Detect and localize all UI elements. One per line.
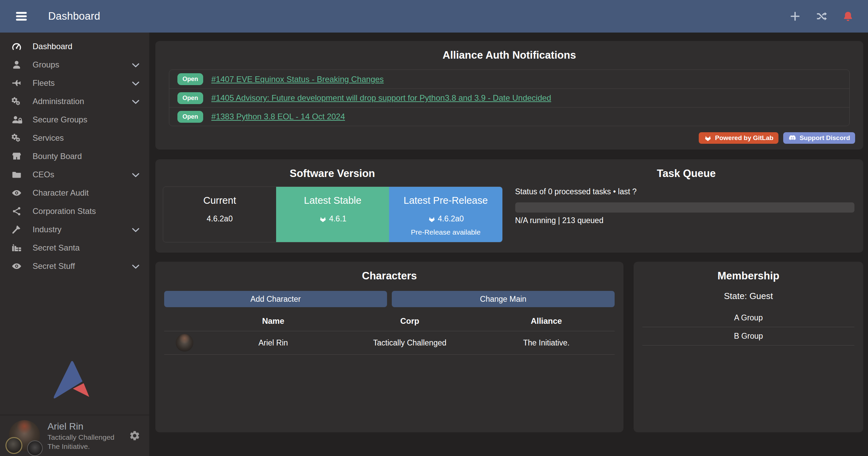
version-box: Current 4.6.2a0 Latest Stable 4.6.1 Late… [163,186,503,242]
notifications-title: Alliance Auth Notifications [155,41,863,61]
version-current: Current 4.6.2a0 [163,187,276,242]
add-icon[interactable] [789,11,801,22]
user-avatar[interactable] [9,420,40,451]
user-panel: Ariel Rin Tactically Challenged The Init… [0,415,149,456]
chevron-down-icon [131,262,140,270]
hammer-icon [9,224,24,235]
add-character-button[interactable]: Add Character [164,291,387,307]
character-name: Ariel Rin [205,338,342,348]
col-header-alliance: Alliance [478,316,615,326]
sidebar-item-secret-santa[interactable]: Secret Santa [0,239,149,257]
version-number: 4.6.1 [329,214,346,223]
user-corp: Tactically Challenged [47,433,114,442]
sidebar-item-secure-groups[interactable]: Secure Groups [0,111,149,129]
sidebar-item-groups[interactable]: Groups [0,56,149,74]
sidebar-item-label: CEOs [33,170,54,179]
chevron-down-icon [131,79,140,87]
alliance-auth-logo [42,350,107,402]
sidebar-item-ceos[interactable]: CEOs [0,165,149,184]
panel-software-task: Software Version Current 4.6.2a0 Latest … [155,159,863,253]
sidebar-menu: Dashboard Groups Fleets Administration S… [0,33,149,275]
gitlab-badge-label: Powered by GitLab [715,134,773,142]
sidebar-item-label: Administration [33,97,84,106]
sidebar-item-label: Groups [33,60,59,70]
discord-badge[interactable]: Support Discord [783,132,855,144]
version-latest-prerelease: Latest Pre-Release 4.6.2a0 Pre-Release a… [389,187,502,242]
settings-gear-icon[interactable] [129,430,140,441]
sidebar: Dashboard Groups Fleets Administration S… [0,33,149,456]
membership-group-list: A Group B Group [642,309,854,345]
sidebar-item-label: Dashboard [33,42,72,51]
task-queue-body: Status of 0 processed tasks • last ? N/A… [509,187,864,225]
chevron-down-icon [131,61,140,69]
status-badge: Open [177,92,203,104]
gifts-icon [9,243,24,253]
software-version-section: Software Version Current 4.6.2a0 Latest … [155,159,509,253]
status-badge: Open [177,73,203,85]
notification-link[interactable]: #1383 Python 3.8 EOL - 14 Oct 2024 [211,112,345,121]
panel-notifications: Alliance Auth Notifications Open #1407 E… [155,41,863,150]
sidebar-item-label: Bounty Board [33,152,82,161]
gitlab-fox-icon [704,134,712,142]
characters-table-header: Name Corp Alliance [164,311,615,331]
sidebar-item-label: Character Audit [33,188,89,198]
sidebar-item-industry[interactable]: Industry [0,220,149,239]
hamburger-menu-icon[interactable] [14,10,28,23]
version-label: Latest Stable [276,195,389,206]
table-row: Ariel Rin Tactically Challenged The Init… [164,331,615,355]
list-item: A Group [642,309,854,327]
notification-link[interactable]: #1407 EVE Equinox Status - Breaking Chan… [211,75,384,84]
notification-row: Open #1405 Advisory: Future development … [169,88,849,107]
sidebar-item-bounty-board[interactable]: Bounty Board [0,147,149,165]
eye-icon [9,188,24,198]
sidebar-item-secret-stuff[interactable]: Secret Stuff [0,257,149,275]
gitlab-fox-icon [428,215,436,223]
sidebar-item-label: Secret Santa [33,243,80,253]
shield-badges: Powered by GitLab Support Discord [163,132,855,144]
sidebar-item-administration[interactable]: Administration [0,92,149,111]
task-queue-progressbar [515,202,855,213]
top-navbar: Dashboard [0,0,868,33]
corp-logo-badge [5,437,22,454]
panel-characters: Characters Add Character Change Main Nam… [155,262,623,432]
task-queue-title: Task Queue [509,159,864,180]
sidebar-item-services[interactable]: Services [0,129,149,147]
fighter-jet-icon [9,78,24,88]
notifications-bell-icon[interactable] [842,11,854,22]
chevron-down-icon [131,225,140,234]
characters-title: Characters [155,262,623,282]
user-lock-icon [9,115,24,125]
sidebar-item-dashboard[interactable]: Dashboard [0,37,149,56]
sidebar-item-fleets[interactable]: Fleets [0,74,149,92]
folder-icon [9,170,24,180]
sidebar-item-label: Secret Stuff [33,261,75,271]
notification-link[interactable]: #1405 Advisory: Future development will … [211,93,551,103]
version-label: Latest Pre-Release [389,195,502,206]
alliance-logo-badge [27,440,43,456]
sidebar-item-label: Industry [33,225,61,234]
main-content: Alliance Auth Notifications Open #1407 E… [149,33,868,432]
notification-row: Open #1407 EVE Equinox Status - Breaking… [169,70,849,88]
discord-badge-label: Support Discord [799,134,850,142]
gears-icon [9,133,24,143]
notification-row: Open #1383 Python 3.8 EOL - 14 Oct 2024 [169,107,849,126]
version-latest-stable: Latest Stable 4.6.1 [276,187,389,242]
tachometer-icon [9,41,24,52]
character-corp: Tactically Challenged [342,338,478,348]
gitlab-badge[interactable]: Powered by GitLab [699,132,778,144]
panel-membership: Membership State: Guest A Group B Group [634,262,863,432]
shuffle-icon[interactable] [816,11,827,22]
gears-icon [9,96,24,106]
col-header-corp: Corp [342,316,478,326]
membership-state: State: Guest [634,291,863,301]
sidebar-item-character-audit[interactable]: Character Audit [0,184,149,202]
change-main-button[interactable]: Change Main [392,291,615,307]
sidebar-item-label: Services [33,133,64,143]
version-note: Pre-Release available [389,228,502,236]
user-icon [9,60,24,70]
task-queue-section: Task Queue Status of 0 processed tasks •… [509,159,864,253]
sidebar-item-corporation-stats[interactable]: Corporation Stats [0,202,149,220]
task-queue-counts: N/A running | 213 queued [515,216,855,225]
list-item: B Group [642,327,854,345]
user-alliance: The Initiative. [47,442,114,451]
